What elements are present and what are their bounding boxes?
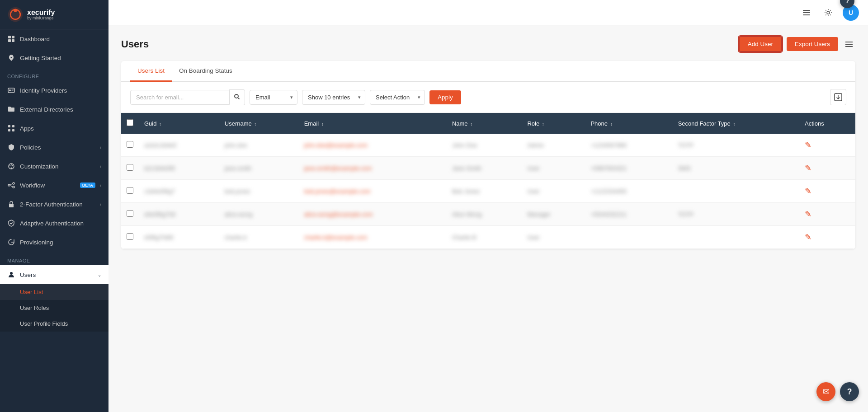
username-cell: charlie.b (219, 226, 299, 249)
name-cell: Charlie B (447, 226, 522, 249)
sidebar-item-label: 2-Factor Authentication (20, 201, 95, 208)
export-users-button[interactable]: Export Users (787, 37, 838, 51)
import-user-button[interactable] (830, 89, 846, 105)
svg-point-19 (13, 183, 14, 184)
chevron-right-icon: › (100, 202, 101, 207)
app-name: xecurify (27, 9, 55, 16)
svg-rect-4 (12, 36, 14, 38)
sidebar-item-getting-started[interactable]: Getting Started (0, 48, 108, 67)
row-checkbox-cell (121, 134, 139, 157)
second-factor-type-header: Second Factor Type ↕ (673, 113, 799, 134)
sidebar-sub-item-user-profile-fields[interactable]: User Profile Fields (0, 316, 108, 332)
users-sub-nav: User List User Roles User Profile Fields (0, 284, 108, 332)
chat-bubble[interactable]: ✉ (816, 382, 835, 401)
phone-header: Phone ↕ (585, 113, 672, 134)
users-table: Guid ↕ Username ↕ Email ↕ Name ↕ (121, 113, 855, 249)
svg-point-22 (10, 272, 13, 275)
svg-point-26 (827, 11, 830, 14)
sidebar-item-customization[interactable]: Customization › (0, 157, 108, 176)
row-checkbox-cell (121, 157, 139, 180)
actions-cell: ✎ (799, 157, 855, 180)
svg-point-8 (9, 89, 11, 91)
main-content: U ? Users Add User Export Users Users Li… (108, 0, 868, 412)
logo-icon (7, 6, 24, 23)
sidebar-item-label: Users (20, 272, 93, 278)
svg-point-2 (14, 9, 17, 12)
add-user-button[interactable]: Add User (739, 36, 782, 52)
hamburger-menu-icon[interactable] (843, 38, 855, 51)
phone-cell: +0987654321 (585, 157, 672, 180)
svg-point-15 (11, 164, 12, 165)
sidebar-item-policies[interactable]: Policies › (0, 138, 108, 157)
logo: xecurify by miniOrange (0, 0, 108, 29)
phone-cell (585, 226, 672, 249)
row-checkbox[interactable] (127, 187, 133, 194)
search-input[interactable] (130, 90, 230, 105)
filter-select[interactable]: Email Username Phone (250, 90, 297, 105)
sidebar-item-workflow[interactable]: Workflow BETA › (0, 176, 108, 195)
svg-rect-6 (12, 39, 14, 42)
page-header: Users Add User Export Users (121, 36, 855, 52)
action-select[interactable]: Select Action Delete Enable Disable (370, 90, 425, 105)
tab-on-boarding-status[interactable]: On Boarding Status (172, 61, 240, 82)
guid-cell: c3d4e5f6g7 (139, 180, 219, 203)
sidebar-item-external-directories[interactable]: External Directories (0, 100, 108, 119)
sidebar-item-apps[interactable]: Apps (0, 119, 108, 138)
sidebar-item-users[interactable]: Users ⌄ (0, 265, 108, 284)
select-all-checkbox[interactable] (127, 119, 133, 126)
row-checkbox[interactable] (127, 141, 133, 148)
guid-cell: e5f6g7h8i9 (139, 226, 219, 249)
row-action-icon[interactable]: ✎ (805, 140, 811, 150)
page-area: Users Add User Export Users Users List O… (108, 25, 868, 412)
help-icon[interactable]: ? (840, 0, 854, 8)
flow-icon (7, 181, 15, 189)
actions-cell: ✎ (799, 134, 855, 157)
shield-check-icon (7, 219, 15, 227)
sidebar-item-label: Identity Providers (20, 87, 101, 94)
id-card-icon (7, 86, 15, 94)
sync-icon (7, 238, 15, 246)
chevron-right-icon: › (100, 183, 101, 188)
tab-users-list[interactable]: Users List (130, 61, 172, 82)
sidebar-toggle-icon[interactable] (799, 5, 814, 20)
sidebar-item-identity-providers[interactable]: Identity Providers (0, 81, 108, 100)
row-checkbox[interactable] (127, 164, 133, 171)
sidebar-item-dashboard[interactable]: Dashboard (0, 29, 108, 48)
sidebar-item-label: Workflow (20, 182, 75, 189)
svg-rect-12 (12, 129, 14, 131)
sidebar-item-2fa[interactable]: 2-Factor Authentication › (0, 195, 108, 214)
svg-point-17 (11, 168, 12, 169)
name-header: Name ↕ (447, 113, 522, 134)
svg-point-20 (13, 186, 14, 188)
entries-select[interactable]: Show 10 entries Show 25 entries Show 50 … (302, 90, 365, 105)
search-button[interactable] (229, 89, 245, 105)
actions-cell: ✎ (799, 226, 855, 249)
actions-cell: ✎ (799, 203, 855, 226)
row-action-icon[interactable]: ✎ (805, 233, 811, 242)
table-container: Guid ↕ Username ↕ Email ↕ Name ↕ (121, 113, 855, 249)
second-factor-cell: TOTP (673, 203, 799, 226)
settings-icon[interactable] (821, 5, 835, 20)
email-cell: charlie.b@example.com (299, 226, 447, 249)
email-cell: jane.smith@example.com (299, 157, 447, 180)
row-action-icon[interactable]: ✎ (805, 164, 811, 173)
guid-cell: a1b2c3d4e5 (139, 134, 219, 157)
sidebar-item-provisioning[interactable]: Provisioning (0, 233, 108, 252)
sidebar-item-adaptive-auth[interactable]: Adaptive Authentication (0, 214, 108, 233)
sidebar-sub-item-user-list[interactable]: User List (0, 284, 108, 300)
svg-rect-23 (803, 10, 810, 11)
svg-point-16 (12, 165, 13, 166)
row-action-icon[interactable]: ✎ (805, 210, 811, 219)
row-checkbox[interactable] (127, 210, 133, 217)
svg-point-18 (8, 184, 10, 186)
sort-icon: ↕ (610, 122, 613, 126)
help-bubble[interactable]: ? (840, 382, 859, 401)
row-action-icon[interactable]: ✎ (805, 187, 811, 196)
apply-button[interactable]: Apply (429, 90, 461, 104)
sidebar-sub-item-user-roles[interactable]: User Roles (0, 300, 108, 316)
row-checkbox[interactable] (127, 233, 133, 240)
sidebar-item-label: Customization (20, 163, 95, 170)
svg-rect-25 (803, 14, 810, 15)
sidebar-item-label: Getting Started (20, 55, 101, 61)
filter-select-wrap: Email Username Phone ▾ (250, 90, 297, 105)
